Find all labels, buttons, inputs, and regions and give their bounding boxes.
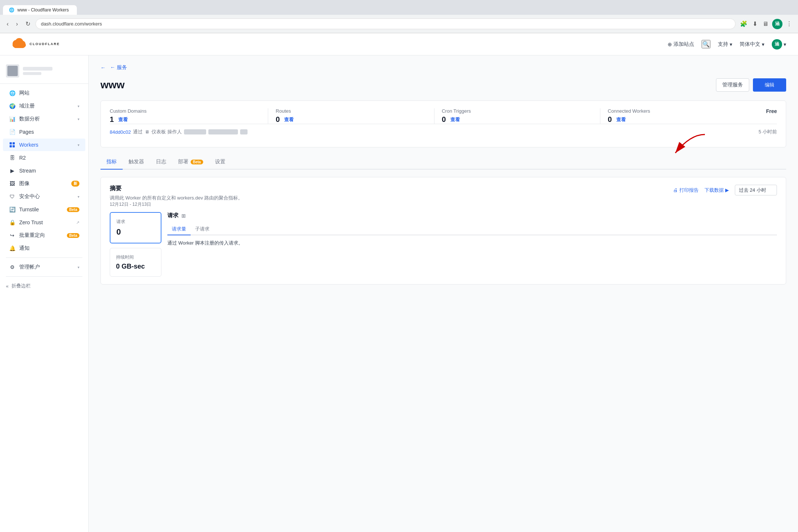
metric-label: 持续时间 xyxy=(116,254,155,260)
tab-metrics[interactable]: 指标 xyxy=(100,155,123,170)
download-data-link[interactable]: 下载数据 ▶ xyxy=(705,187,729,194)
edit-button[interactable]: 编辑 xyxy=(753,78,786,92)
section-header: 摘要 调用此 Worker 的所有自定义和 workers.dev 路由的聚合指… xyxy=(110,185,777,208)
stat-label: Cron Triggers xyxy=(442,108,593,114)
sidebar-item-turnstile[interactable]: 🔄 Turnstile Beta xyxy=(3,203,85,216)
turnstile-icon: 🔄 xyxy=(9,206,16,213)
tabs-bar: 指标 触发器 日志 部署 Beta 设置 xyxy=(100,155,786,170)
breadcrumb[interactable]: ← ← 服务 xyxy=(100,64,786,71)
svg-rect-7 xyxy=(13,145,15,147)
time-dropdown-wrapper: 过去 1 小时 过去 24 小时 过去 7 天 过去 30 天 xyxy=(735,185,777,195)
sidebar-item-label: 数据分析 xyxy=(19,116,74,122)
back-button[interactable]: ‹ xyxy=(4,19,11,29)
custom-domains-link[interactable]: 查看 xyxy=(118,116,128,123)
req-tab-subrequests[interactable]: 子请求 xyxy=(191,224,214,235)
commit-id-link[interactable]: 84dd0c02 xyxy=(110,129,131,135)
time-dropdown[interactable]: 过去 1 小时 过去 24 小时 过去 7 天 过去 30 天 xyxy=(735,185,777,195)
tab-logs[interactable]: 日志 xyxy=(150,155,172,170)
sidebar-item-workers[interactable]: Workers ▾ xyxy=(3,139,85,151)
stat-value: 0 查看 xyxy=(608,115,758,124)
sidebar-item-label: Workers xyxy=(19,142,74,148)
redacted-name3 xyxy=(240,129,248,134)
gear-icon: ⚙ xyxy=(9,264,16,270)
redacted-name2 xyxy=(208,129,238,134)
browser-tab-bar: 🌐 www - Cloudflare Workers xyxy=(0,0,798,15)
user-avatar: 涵 xyxy=(772,39,782,50)
browser-tab[interactable]: 🌐 www - Cloudflare Workers xyxy=(3,5,77,15)
routes-link[interactable]: 查看 xyxy=(284,116,294,123)
chevron-right-icon: ▾ xyxy=(78,143,79,147)
print-icon: 🖨 xyxy=(673,187,678,193)
user-menu[interactable]: 涵 ▾ xyxy=(772,39,786,50)
language-menu[interactable]: 简体中文 ▾ xyxy=(740,41,764,48)
sidebar-item-label: 批量重定向 xyxy=(19,232,63,239)
section-date: 12月12日 - 12月13日 xyxy=(110,201,243,208)
support-menu[interactable]: 支持 ▾ xyxy=(718,41,732,48)
sidebar-account xyxy=(0,61,88,84)
sidebar-item-domain-reg[interactable]: 🌍 域注册 ▾ xyxy=(3,100,85,112)
svg-rect-5 xyxy=(13,142,15,144)
cf-logo-text: CLOUDFLARE xyxy=(30,42,60,46)
download-button[interactable]: ⬇ xyxy=(751,19,759,29)
chart-icon: 📊 xyxy=(9,116,16,122)
address-bar[interactable]: dash.cloudflare.com/workers xyxy=(35,18,736,29)
sidebar-item-notify[interactable]: 🔔 通知 xyxy=(3,242,85,255)
sidebar-item-label: 管理帐户 xyxy=(19,264,74,270)
forward-button[interactable]: › xyxy=(14,19,20,29)
req-tab-requests[interactable]: 请求量 xyxy=(167,224,191,235)
sidebar-item-zerotrust[interactable]: 🔒 Zero Trust ↗ xyxy=(3,216,85,229)
activity-info: 84dd0c02 通过 🖥 仪表板 操作人 xyxy=(110,129,248,135)
sidebar-item-account[interactable]: ⚙ 管理帐户 ▾ xyxy=(3,261,85,273)
cf-logo-container xyxy=(12,38,27,51)
main-layout: 🌐 网站 🌍 域注册 ▾ 📊 数据分析 ▾ 📄 Pages Workers ▾ … xyxy=(0,55,798,532)
sidebar-item-pages[interactable]: 📄 Pages xyxy=(3,126,85,138)
stat-custom-domains: Custom Domains 1 查看 xyxy=(110,108,268,124)
metric-value: 0 xyxy=(116,227,155,237)
tab-triggers[interactable]: 触发器 xyxy=(123,155,150,170)
sidebar-item-bulk-redirect[interactable]: ↪ 批量重定向 Beta xyxy=(3,229,85,242)
browser-user-avatar[interactable]: 涵 xyxy=(772,19,782,29)
shield-icon: 🛡 xyxy=(9,193,16,200)
account-name-area xyxy=(23,67,82,75)
stat-cron: Cron Triggers 0 查看 xyxy=(434,108,600,124)
sidebar-divider xyxy=(6,258,82,258)
tab-settings[interactable]: 设置 xyxy=(209,155,231,170)
stat-value: 1 查看 xyxy=(110,115,260,124)
tab-deploy[interactable]: 部署 Beta xyxy=(172,155,209,170)
add-site-button[interactable]: ⊕ 添加站点 xyxy=(668,41,694,48)
chevron-right-icon: ▾ xyxy=(78,117,79,121)
sidebar-item-stream[interactable]: ▶ Stream xyxy=(3,164,85,177)
chevron-right-icon: ▾ xyxy=(78,195,79,199)
menu-button[interactable]: ⋮ xyxy=(785,19,794,29)
sidebar-item-analytics[interactable]: 📊 数据分析 ▾ xyxy=(3,113,85,125)
avatar-inner xyxy=(7,66,18,76)
metric-label: 请求 xyxy=(116,219,155,225)
sidebar-item-r2[interactable]: 🗄 R2 xyxy=(3,151,85,164)
chart-icon: ⊞ xyxy=(181,213,186,219)
sidebar-footer-divider xyxy=(6,276,82,277)
search-button[interactable]: 🔍 xyxy=(702,40,710,48)
account-sub-redacted xyxy=(23,72,41,75)
sidebar-item-images[interactable]: 🖼 图像 新 xyxy=(3,177,85,190)
beta-badge: Beta xyxy=(67,207,79,212)
sidebar-item-websites[interactable]: 🌐 网站 xyxy=(3,87,85,99)
r2-icon: 🗄 xyxy=(9,154,16,161)
beta-badge: Beta xyxy=(191,160,203,164)
svg-rect-6 xyxy=(10,145,12,147)
print-report-link[interactable]: 🖨 打印报告 xyxy=(673,187,699,194)
globe-icon: 🌐 xyxy=(9,90,16,96)
main-content: ← ← 服务 www 管理服务 编辑 Custom Domains 1 查看 xyxy=(89,55,798,532)
reload-button[interactable]: ↻ xyxy=(23,19,33,29)
page-title: www xyxy=(100,79,125,91)
sidebar-item-label: Pages xyxy=(19,129,79,135)
collapse-sidebar-button[interactable]: « 折叠边栏 xyxy=(0,280,88,292)
cast-button[interactable]: 🖥 xyxy=(761,19,770,29)
cron-link[interactable]: 查看 xyxy=(450,116,460,123)
browser-actions: 🧩 ⬇ 🖥 涵 ⋮ xyxy=(739,19,794,29)
stats-row: Custom Domains 1 查看 Routes 0 查看 Cron Tri… xyxy=(110,108,777,124)
extensions-button[interactable]: 🧩 xyxy=(739,19,749,29)
manage-service-button[interactable]: 管理服务 xyxy=(716,78,749,92)
chevron-down-icon: ▾ xyxy=(762,41,764,47)
sidebar-item-security[interactable]: 🛡 安全中心 ▾ xyxy=(3,190,85,203)
workers-link[interactable]: 查看 xyxy=(616,116,626,123)
